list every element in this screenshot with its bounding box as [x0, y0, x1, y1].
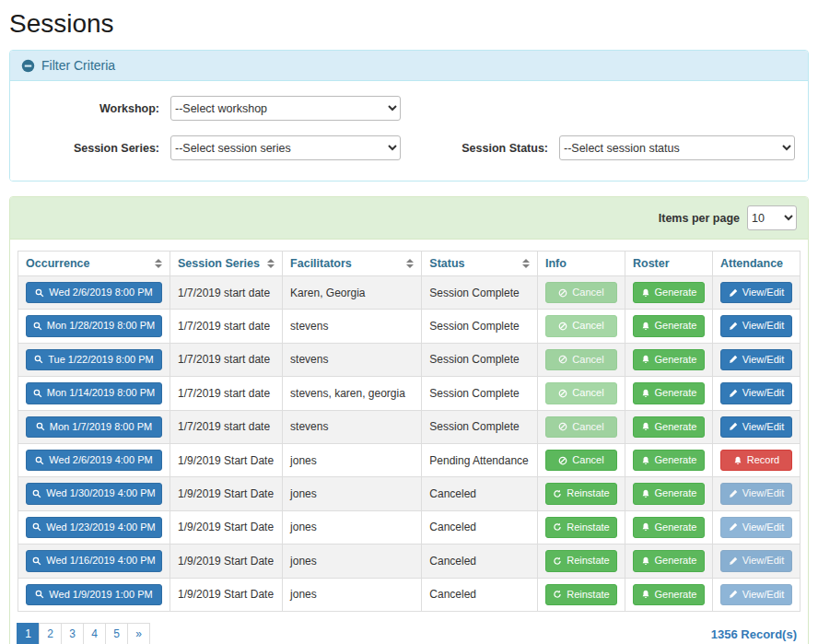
session-series-select[interactable]: --Select session series	[170, 135, 401, 160]
filter-criteria-panel: Filter Criteria Workshop: --Select works…	[9, 50, 809, 181]
occurrence-button[interactable]: Mon 1/14/2019 8:00 PM	[26, 382, 162, 404]
sort-icon[interactable]	[267, 259, 275, 268]
roster-cell: Generate	[625, 276, 712, 310]
series-cell: 1/9/2019 Start Date	[170, 510, 283, 544]
cancel-button[interactable]: Cancel	[545, 450, 617, 471]
series-cell: 1/9/2019 Start Date	[170, 443, 283, 476]
info-cell: Reinstate	[537, 477, 625, 510]
attendance-cell: View/Edit	[712, 276, 800, 310]
cancel-button-label: Cancel	[572, 286, 603, 299]
generate-icon	[641, 422, 650, 431]
edit-icon	[729, 489, 738, 498]
session-row: Wed 1/30/2019 4:00 PM1/9/2019 Start Date…	[18, 477, 800, 510]
occurrence-button[interactable]: Wed 1/9/2019 1:00 PM	[26, 584, 162, 605]
occurrence-button[interactable]: Wed 2/6/2019 8:00 PM	[26, 282, 162, 303]
info-cell: Reinstate	[537, 510, 625, 544]
page-button-1[interactable]: 1	[17, 623, 40, 644]
session-status-label: Session Status:	[462, 142, 559, 155]
workshop-select[interactable]: --Select workshop	[170, 96, 401, 121]
edit-icon	[729, 389, 738, 398]
column-header-occurrence[interactable]: Occurrence	[18, 252, 170, 276]
reinstate-button[interactable]: Reinstate	[545, 550, 617, 571]
generate-roster-button[interactable]: Generate	[633, 550, 705, 571]
column-header-facilitators[interactable]: Facilitators	[283, 252, 422, 276]
record-attendance-button[interactable]: Record	[720, 450, 792, 471]
page-button-2[interactable]: 2	[39, 623, 62, 644]
session-status-select[interactable]: --Select session status	[559, 135, 795, 160]
items-per-page-select[interactable]: 10	[747, 205, 797, 230]
next-page-button[interactable]: »	[127, 623, 150, 644]
info-cell: Cancel	[537, 276, 625, 310]
attendance-cell: View/Edit	[712, 578, 800, 611]
viewedit-attendance-button[interactable]: View/Edit	[720, 282, 792, 303]
page-button-5[interactable]: 5	[105, 623, 128, 644]
generate-roster-button[interactable]: Generate	[633, 382, 705, 404]
occurrence-cell: Wed 2/6/2019 4:00 PM	[18, 443, 170, 476]
occurrence-button[interactable]: Wed 1/23/2019 4:00 PM	[26, 517, 162, 538]
occurrence-cell: Wed 1/9/2019 1:00 PM	[18, 578, 170, 611]
column-label: Session Series	[178, 257, 260, 270]
roster-cell: Generate	[625, 477, 712, 510]
series-cell: 1/7/2019 start date	[170, 276, 283, 310]
viewedit-attendance-button[interactable]: View/Edit	[720, 349, 792, 370]
generate-roster-button[interactable]: Generate	[633, 349, 705, 370]
reinstate-button[interactable]: Reinstate	[545, 483, 617, 504]
facilitators-cell: jones	[283, 477, 422, 510]
occurrence-button[interactable]: Mon 1/28/2019 8:00 PM	[26, 315, 162, 336]
sort-icon[interactable]	[406, 259, 414, 268]
series-cell: 1/9/2019 Start Date	[170, 578, 283, 611]
generate-roster-button[interactable]: Generate	[633, 416, 705, 438]
attendance-cell: View/Edit	[712, 410, 800, 443]
session-row: Wed 2/6/2019 4:00 PM1/9/2019 Start Datej…	[18, 443, 800, 476]
edit-icon	[729, 355, 738, 364]
occurrence-button[interactable]: Wed 1/16/2019 4:00 PM	[26, 550, 162, 571]
generate-roster-button[interactable]: Generate	[633, 282, 705, 303]
occurrence-button[interactable]: Wed 1/30/2019 4:00 PM	[26, 483, 162, 504]
generate-icon	[641, 456, 650, 465]
column-header-status[interactable]: Status	[422, 252, 538, 276]
facilitators-cell: stevens	[283, 310, 422, 343]
page-button-4[interactable]: 4	[83, 623, 106, 644]
collapse-minus-icon[interactable]	[21, 59, 35, 73]
info-cell: Cancel	[537, 443, 625, 476]
occurrence-button[interactable]: Wed 2/6/2019 4:00 PM	[26, 450, 162, 471]
viewedit-attendance-button-label: View/Edit	[742, 420, 785, 434]
reinstate-button-label: Reinstate	[567, 554, 609, 568]
info-cell: Reinstate	[537, 544, 625, 578]
generate-roster-button[interactable]: Generate	[633, 517, 705, 538]
column-header-session-series[interactable]: Session Series	[170, 252, 283, 276]
viewedit-attendance-button-label: View/Edit	[742, 554, 785, 568]
attendance-cell: View/Edit	[712, 310, 800, 343]
cancel-button-label: Cancel	[572, 420, 603, 434]
page-title: Sessions	[9, 9, 809, 39]
occurrence-button[interactable]: Mon 1/7/2019 8:00 PM	[26, 416, 162, 438]
generate-roster-button[interactable]: Generate	[633, 315, 705, 336]
session-row: Mon 1/7/2019 8:00 PM1/7/2019 start dates…	[18, 410, 800, 443]
page-button-3[interactable]: 3	[61, 623, 84, 644]
generate-roster-button-label: Generate	[655, 486, 697, 500]
search-icon	[32, 522, 41, 532]
generate-roster-button[interactable]: Generate	[633, 483, 705, 504]
generate-icon	[641, 556, 650, 566]
filter-criteria-header[interactable]: Filter Criteria	[10, 51, 808, 81]
generate-icon	[641, 288, 650, 298]
viewedit-attendance-button[interactable]: View/Edit	[720, 416, 792, 438]
sessions-table-panel: Items per page 10 OccurrenceSession Seri…	[9, 196, 809, 644]
session-row: Mon 1/28/2019 8:00 PM1/7/2019 start date…	[18, 310, 800, 343]
filter-criteria-title: Filter Criteria	[41, 58, 115, 73]
facilitators-cell: jones	[283, 544, 422, 578]
edit-icon	[729, 522, 738, 532]
reinstate-button[interactable]: Reinstate	[545, 584, 617, 605]
sort-icon[interactable]	[155, 259, 162, 268]
generate-roster-button[interactable]: Generate	[633, 450, 705, 471]
reinstate-button-label: Reinstate	[567, 521, 609, 534]
reinstate-button[interactable]: Reinstate	[545, 517, 617, 538]
workshop-filter-row: Workshop: --Select workshop	[23, 96, 795, 121]
viewedit-attendance-button[interactable]: View/Edit	[720, 315, 792, 336]
generate-roster-button[interactable]: Generate	[633, 584, 705, 605]
roster-cell: Generate	[625, 510, 712, 544]
occurrence-button[interactable]: Tue 1/22/2019 8:00 PM	[26, 349, 162, 370]
sort-icon[interactable]	[522, 259, 530, 268]
viewedit-attendance-button[interactable]: View/Edit	[720, 382, 792, 404]
column-label: Occurrence	[26, 257, 89, 270]
